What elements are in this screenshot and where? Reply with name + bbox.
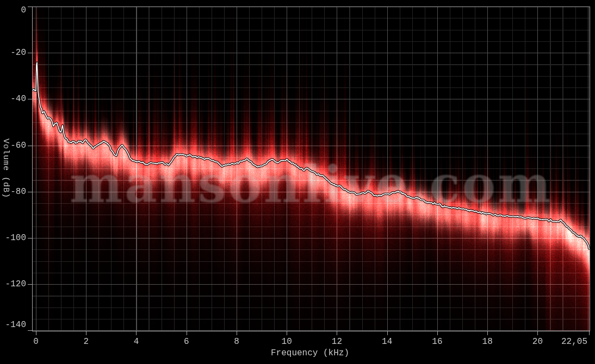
y-tick-label: 0 (0, 5, 26, 15)
y-tick-label: -120 (0, 279, 26, 289)
x-tick-label: 10 (282, 337, 292, 347)
y-tick-label: -100 (0, 233, 26, 243)
y-tick-label: -80 (0, 187, 26, 197)
x-tick-label: 0 (33, 337, 39, 347)
x-tick-label: 20 (532, 337, 543, 347)
x-tick-label: 12 (332, 337, 342, 347)
y-tick-label: -40 (0, 94, 26, 104)
x-tick-label: 4 (134, 337, 139, 347)
spectrum-analyzer: mansonlive.com Frequency (kHz) Volume (d… (0, 0, 595, 364)
x-axis-title: Frequency (kHz) (271, 348, 349, 358)
y-tick-label: -140 (0, 320, 26, 330)
x-tick-label: 14 (382, 337, 392, 347)
y-tick-label: -20 (0, 48, 26, 58)
x-tick-label: 8 (234, 337, 239, 347)
axis-labels-layer: Frequency (kHz) Volume (dB) 024681012141… (0, 0, 595, 364)
x-tick-label: 22,05 (561, 337, 587, 347)
x-tick-label: 2 (83, 337, 89, 347)
x-tick-label: 16 (432, 337, 442, 347)
x-tick-label: 6 (184, 337, 189, 347)
y-tick-label: -60 (0, 141, 26, 150)
x-tick-label: 18 (482, 337, 493, 347)
